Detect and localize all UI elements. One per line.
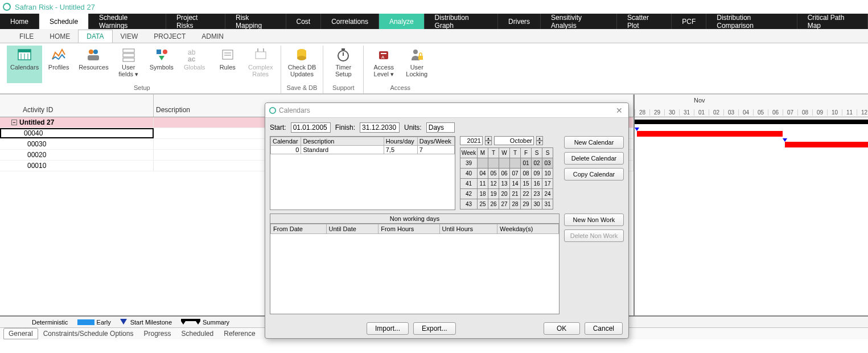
- tab-critical-path-map[interactable]: Critical Path Map: [797, 14, 868, 29]
- bottom-tab-constraints-schedule-options[interactable]: Constraints/Schedule Options: [38, 328, 139, 339]
- minical-day[interactable]: 16: [532, 179, 542, 189]
- minical-day[interactable]: 19: [488, 189, 499, 199]
- ribbon-resources[interactable]: Resources: [75, 46, 112, 83]
- nonwork-col[interactable]: Weekday(s): [497, 224, 558, 234]
- tab-schedule[interactable]: Schedule: [39, 14, 89, 29]
- cal-col-description[interactable]: Description: [301, 137, 384, 146]
- year-spinner[interactable]: ▲▼: [485, 136, 492, 145]
- minical-day[interactable]: 02: [532, 158, 542, 169]
- ribbon-calendars[interactable]: Calendars: [7, 46, 42, 83]
- import-button[interactable]: Import...: [367, 322, 409, 335]
- finish-input[interactable]: [360, 122, 400, 133]
- minical-day[interactable]: 29: [521, 199, 532, 210]
- gantt-chart[interactable]: Nov 28293031010203040506070809101112: [633, 95, 868, 315]
- tab-scatter-plot[interactable]: Scatter Plot: [617, 14, 672, 29]
- bottom-tab-progress[interactable]: Progress: [138, 328, 176, 339]
- ribbon-profiles[interactable]: Profiles: [42, 46, 75, 83]
- minical-day[interactable]: 08: [521, 169, 532, 179]
- tab-correlations[interactable]: Correlations: [321, 14, 379, 29]
- minical-day[interactable]: [499, 158, 510, 169]
- calendar-list[interactable]: Calendar Description Hours/day Days/Week…: [270, 136, 455, 210]
- close-icon[interactable]: ✕: [614, 106, 625, 115]
- cal-col-calendar[interactable]: Calendar: [271, 137, 301, 146]
- bottom-tab-scheduled[interactable]: Scheduled: [176, 328, 219, 339]
- ribbon-tab-admin[interactable]: ADMIN: [194, 30, 232, 43]
- cancel-button[interactable]: Cancel: [585, 322, 623, 335]
- minical-day[interactable]: 25: [478, 199, 488, 210]
- units-input[interactable]: [426, 122, 455, 133]
- ribbon-tab-project[interactable]: PROJECT: [146, 30, 194, 43]
- ribbon-userfields[interactable]: User fields ▾: [112, 46, 145, 83]
- minical-day[interactable]: 20: [499, 189, 510, 199]
- tab-schedule-warnings[interactable]: Schedule Warnings: [89, 14, 166, 29]
- activity-id-cell[interactable]: 00030: [0, 139, 154, 149]
- minical-day[interactable]: 11: [478, 179, 488, 189]
- minical-day[interactable]: 04: [478, 169, 488, 179]
- start-input[interactable]: [291, 122, 331, 133]
- minical-day[interactable]: 21: [510, 189, 521, 199]
- minical-day[interactable]: 30: [532, 199, 542, 210]
- ribbon-symbols[interactable]: Symbols: [145, 46, 178, 83]
- minical-day[interactable]: 01: [521, 158, 532, 169]
- month-input[interactable]: [494, 136, 534, 145]
- minical-day[interactable]: 23: [532, 189, 542, 199]
- minical-day[interactable]: [478, 158, 488, 169]
- minical-day[interactable]: 13: [499, 179, 510, 189]
- ribbon-tab-file[interactable]: FILE: [11, 30, 42, 43]
- minical-day[interactable]: [510, 158, 521, 169]
- nonwork-col[interactable]: Until Hours: [439, 224, 497, 234]
- gantt-bar-00030[interactable]: [785, 142, 868, 147]
- tab-risk-mapping[interactable]: Risk Mapping: [225, 14, 286, 29]
- tab-pcf[interactable]: PCF: [672, 14, 706, 29]
- ribbon-rules[interactable]: Rules: [211, 46, 244, 83]
- export-button[interactable]: Export...: [413, 322, 456, 335]
- ribbon-accesslevel[interactable]: AAccess Level ▾: [367, 46, 400, 83]
- minical-day[interactable]: 12: [488, 179, 499, 189]
- minical-day[interactable]: 15: [521, 179, 532, 189]
- delete-nonwork-button[interactable]: Delete Non Work: [564, 229, 624, 242]
- cal-col-daysweek[interactable]: Days/Week: [417, 137, 454, 146]
- nonwork-col[interactable]: From Hours: [379, 224, 439, 234]
- new-nonwork-button[interactable]: New Non Work: [564, 214, 624, 226]
- minical-day[interactable]: 07: [510, 169, 521, 179]
- minical-day[interactable]: 28: [510, 199, 521, 210]
- expand-icon[interactable]: −: [11, 120, 17, 125]
- activity-id-cell[interactable]: 00040: [0, 128, 154, 138]
- tab-distribution-graph[interactable]: Distribution Graph: [425, 14, 498, 29]
- ribbon-timer[interactable]: Timer Setup: [327, 46, 360, 83]
- tab-drivers[interactable]: Drivers: [498, 14, 541, 29]
- minical-day[interactable]: 05: [488, 169, 499, 179]
- new-calendar-button[interactable]: New Calendar: [564, 136, 624, 149]
- minical-day[interactable]: 06: [499, 169, 510, 179]
- minical-day[interactable]: 26: [488, 199, 499, 210]
- tab-sensitivity-analysis[interactable]: Sensitivity Analysis: [541, 14, 617, 29]
- calendar-row[interactable]: 0 Standard 7,5 7: [271, 146, 455, 154]
- minical-day[interactable]: 22: [521, 189, 532, 199]
- activity-id-cell[interactable]: 00010: [0, 161, 154, 171]
- minical-day[interactable]: 14: [510, 179, 521, 189]
- minical-day[interactable]: 09: [532, 169, 542, 179]
- minical-day[interactable]: 03: [542, 158, 553, 169]
- ribbon-tab-data[interactable]: DATA: [78, 30, 112, 43]
- minical-day[interactable]: 17: [542, 179, 553, 189]
- ribbon-tab-view[interactable]: VIEW: [113, 30, 146, 43]
- col-activity-id[interactable]: Activity ID: [0, 95, 154, 117]
- minical-day[interactable]: 27: [499, 199, 510, 210]
- mini-calendar-grid[interactable]: WeekMTWTFSS39010203400405060708091041111…: [460, 147, 553, 210]
- minical-day[interactable]: 31: [542, 199, 553, 210]
- bottom-tab-general[interactable]: General: [3, 328, 38, 339]
- tab-project-risks[interactable]: Project Risks: [166, 14, 225, 29]
- nonwork-col[interactable]: Until Date: [326, 224, 379, 234]
- tab-home[interactable]: Home: [0, 14, 39, 29]
- delete-calendar-button[interactable]: Delete Calendar: [564, 152, 624, 165]
- tab-analyze[interactable]: Analyze: [379, 14, 425, 29]
- cal-col-hoursday[interactable]: Hours/day: [384, 137, 417, 146]
- ok-button[interactable]: OK: [544, 322, 580, 335]
- tab-cost[interactable]: Cost: [286, 14, 322, 29]
- minical-day[interactable]: 18: [478, 189, 488, 199]
- ribbon-tab-home[interactable]: HOME: [42, 30, 78, 43]
- activity-id-cell[interactable]: −Untitled 27: [0, 117, 154, 128]
- dialog-titlebar[interactable]: Calendars ✕: [265, 103, 628, 118]
- copy-calendar-button[interactable]: Copy Calendar: [564, 168, 624, 180]
- minical-day[interactable]: 24: [542, 189, 553, 199]
